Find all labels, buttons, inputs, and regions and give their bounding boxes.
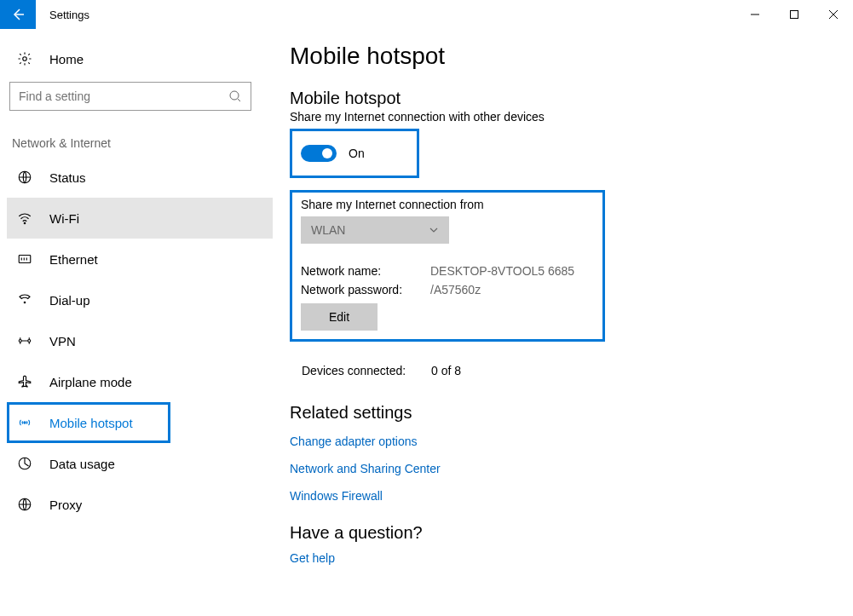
close-button[interactable] (814, 0, 853, 29)
hotspot-heading: Mobile hotspot (290, 89, 853, 108)
titlebar: Settings (0, 0, 853, 29)
svg-point-8 (28, 340, 31, 343)
nav-label: Dial-up (49, 293, 90, 308)
home-nav[interactable]: Home (7, 44, 273, 73)
gear-icon (15, 51, 34, 66)
wifi-icon (15, 210, 34, 226)
devices-label: Devices connected: (302, 364, 431, 377)
nav-label: Ethernet (49, 252, 98, 267)
nav-label: Airplane mode (49, 375, 132, 389)
network-password-value: /A57560z (430, 283, 481, 296)
search-icon (228, 89, 242, 103)
close-icon (828, 9, 839, 20)
related-settings: Related settings Change adapter options … (290, 403, 853, 503)
minimize-icon (750, 9, 760, 20)
share-from-highlight: Share my Internet connection from WLAN N… (290, 190, 605, 342)
link-get-help[interactable]: Get help (290, 551, 853, 565)
svg-rect-0 (791, 11, 798, 19)
toggle-knob (322, 148, 332, 158)
nav-label: VPN (49, 334, 76, 348)
network-name-value: DESKTOP-8VTOOL5 6685 (430, 264, 574, 278)
nav-label: Data usage (49, 457, 115, 471)
search-box[interactable] (9, 82, 251, 111)
hotspot-toggle[interactable] (301, 145, 337, 162)
nav-wifi[interactable]: Wi-Fi (7, 198, 273, 239)
svg-point-4 (24, 222, 26, 224)
svg-point-2 (230, 91, 239, 100)
page-title: Mobile hotspot (290, 43, 853, 70)
share-from-label: Share my Internet connection from (301, 198, 594, 211)
nav-ethernet[interactable]: Ethernet (7, 239, 273, 279)
main-content: Mobile hotspot Mobile hotspot Share my I… (273, 29, 853, 616)
nav-label: Proxy (49, 498, 82, 512)
ethernet-icon (15, 251, 34, 267)
nav-mobile-hotspot[interactable]: Mobile hotspot (7, 402, 170, 443)
arrow-left-icon (11, 8, 25, 21)
vpn-icon (15, 333, 34, 348)
nav-label: Mobile hotspot (49, 416, 133, 430)
question-heading: Have a question? (290, 523, 853, 543)
proxy-icon (15, 497, 34, 512)
hotspot-icon (15, 415, 34, 430)
dropdown-value: WLAN (311, 223, 345, 237)
chevron-down-icon (429, 225, 439, 235)
edit-button[interactable]: Edit (301, 303, 378, 331)
svg-rect-5 (19, 256, 31, 263)
svg-point-6 (24, 302, 26, 303)
network-password-row: Network password: /A57560z (301, 283, 594, 296)
link-windows-firewall[interactable]: Windows Firewall (290, 489, 853, 503)
minimize-button[interactable] (735, 0, 775, 29)
svg-point-9 (24, 422, 26, 423)
nav-airplane[interactable]: Airplane mode (7, 361, 273, 402)
nav-data-usage[interactable]: Data usage (7, 443, 273, 484)
data-usage-icon (15, 456, 34, 471)
svg-point-7 (19, 340, 21, 343)
nav-label: Status (49, 170, 86, 185)
home-label: Home (49, 52, 84, 66)
window-controls (735, 0, 853, 29)
dialup-icon (15, 292, 34, 308)
devices-value: 0 of 8 (431, 364, 461, 377)
window-title: Settings (49, 9, 89, 21)
nav-label: Wi-Fi (49, 211, 79, 226)
question-section: Have a question? Get help (290, 523, 853, 565)
link-adapter-options[interactable]: Change adapter options (290, 435, 853, 448)
status-icon (15, 170, 34, 185)
related-heading: Related settings (290, 403, 853, 423)
toggle-highlight: On (290, 129, 419, 178)
maximize-icon (789, 9, 799, 20)
network-password-label: Network password: (301, 283, 430, 296)
back-button[interactable] (0, 0, 36, 29)
category-header: Network & Internet (12, 136, 273, 150)
search-input[interactable] (19, 89, 223, 103)
link-network-sharing[interactable]: Network and Sharing Center (290, 462, 853, 475)
airplane-icon (15, 374, 34, 389)
nav-status[interactable]: Status (7, 157, 273, 198)
svg-point-1 (23, 57, 27, 61)
network-name-label: Network name: (301, 264, 430, 278)
sidebar: Home Network & Internet Status Wi-Fi Eth… (0, 29, 273, 616)
maximize-button[interactable] (775, 0, 814, 29)
devices-connected-row: Devices connected: 0 of 8 (302, 364, 853, 377)
share-description: Share my Internet connection with other … (290, 110, 853, 124)
network-name-row: Network name: DESKTOP-8VTOOL5 6685 (301, 264, 594, 278)
toggle-state-label: On (349, 147, 365, 160)
share-from-dropdown[interactable]: WLAN (301, 216, 449, 244)
nav-proxy[interactable]: Proxy (7, 484, 273, 525)
nav-dialup[interactable]: Dial-up (7, 279, 273, 320)
nav-vpn[interactable]: VPN (7, 320, 273, 361)
